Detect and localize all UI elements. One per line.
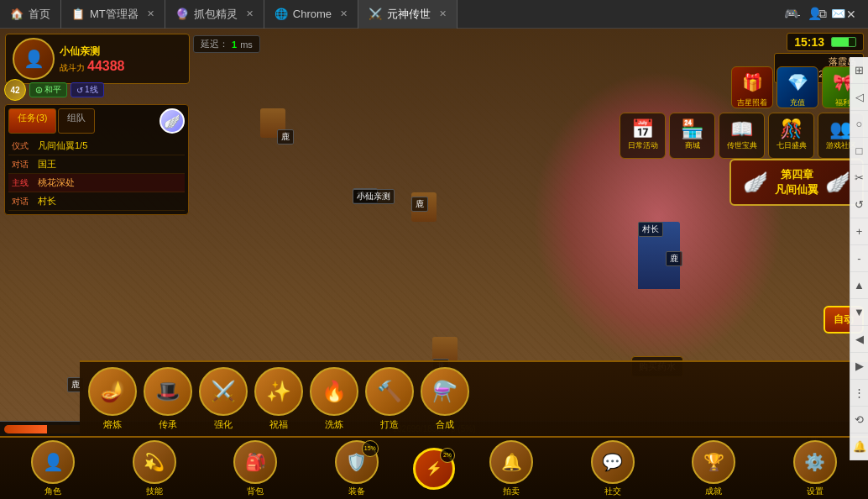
tab-mt-close[interactable]: ✕ (147, 8, 154, 19)
settings-icon: ⚙️ (793, 440, 837, 484)
icon-festival[interactable]: 🎊 七日盛典 (768, 113, 814, 159)
time-box: 15:13 (787, 33, 864, 51)
mission-name-1: 国王 (38, 158, 56, 171)
device-btn-back[interactable]: ◁ (850, 84, 868, 111)
tab-bar: 🏠 首页 📋 MT管理器 ✕ 🔮 抓包精灵 ✕ 🌐 Chrome ✕ ⚔️ 元神… (0, 0, 868, 29)
tab-home-label: 首页 (29, 7, 50, 22)
smelt-icon: 🪔 (88, 367, 137, 416)
device-btn-extra3[interactable]: ◀ (850, 326, 868, 353)
tab-yuanshen[interactable]: ⚔️ 元神传世 ✕ (358, 0, 458, 29)
game-label-deer-1: 鹿 (277, 129, 294, 144)
festival-icon: 🎊 (780, 120, 803, 139)
welfare-label: 福利 (835, 99, 850, 108)
tab-yuanshen-close[interactable]: ✕ (439, 8, 447, 19)
device-btn-grid[interactable]: ⊞ (850, 57, 868, 84)
character-label: 角色 (44, 486, 61, 497)
tab-home[interactable]: 🏠 首页 (0, 0, 61, 29)
treasure-label: 传世宝典 (727, 140, 757, 151)
icon-gift[interactable]: 🎁 吉星照着 (731, 66, 773, 108)
action-auction[interactable]: 🔔 拍卖 (463, 440, 561, 497)
chapter-wing-right: 🪽 (825, 171, 850, 194)
chapter-banner[interactable]: 🪽 第四章 凡间仙翼 🪽 (729, 159, 864, 206)
bless-icon: ✨ (254, 367, 303, 416)
game-label-deer-7: 鹿 (666, 251, 682, 266)
peace-label: 和平 (44, 84, 61, 96)
social-icon: 💬 (591, 440, 635, 484)
craft-forge[interactable]: 🔨 打造 (365, 367, 414, 431)
gift-label: 吉星照着 (737, 99, 767, 108)
craft-bless[interactable]: ✨ 祝福 (254, 367, 303, 431)
craft-refine[interactable]: 🔥 洗炼 (310, 367, 358, 431)
mission-tab-team[interactable]: 组队 (58, 108, 95, 134)
mission-panel: 任务(3) 组队 🪽 仪式 凡间仙翼1/5 对话 国王 主线 桃花深处 对话 (4, 104, 189, 215)
device-btn-extra2[interactable]: ▼ (850, 299, 868, 326)
tab-chrome[interactable]: 🌐 Chrome ✕ (264, 0, 358, 29)
device-btn-extra1[interactable]: ▲ (850, 272, 868, 299)
bag-icon: 🎒 (233, 440, 277, 484)
craft-combine[interactable]: ⚗️ 合成 (421, 367, 469, 431)
device-btn-scissors[interactable]: ✂ (850, 165, 868, 192)
mission-tab-task[interactable]: 任务(3) (8, 108, 56, 134)
craft-smelt[interactable]: 🪔 熔炼 (88, 367, 137, 431)
action-achievement[interactable]: 🏆 成就 (665, 440, 763, 497)
mission-item-0: 仪式 凡间仙翼1/5 (8, 137, 185, 155)
npc-label: 村长 (638, 222, 663, 237)
character-icon: 👤 (31, 440, 75, 484)
icon-daily[interactable]: 📅 日常活动 (620, 113, 666, 159)
inherit-label: 传承 (159, 418, 177, 431)
tab-mt[interactable]: 📋 MT管理器 ✕ (61, 0, 165, 29)
action-skill[interactable]: 💫 技能 (106, 440, 204, 497)
power-label: 战斗力 (60, 62, 85, 74)
settings-label: 设置 (807, 486, 824, 497)
icon-shop[interactable]: 🏪 商城 (669, 113, 715, 159)
status-bar: 42 ☮ 和平 ↺ 1线 (4, 79, 104, 101)
user-icon[interactable]: 👤 (805, 4, 824, 23)
device-btn-extra5[interactable]: ⋮ (850, 380, 868, 407)
ping-unit: ms (240, 39, 253, 50)
home-icon: 🏠 (10, 8, 24, 20)
mission-item-2: 主线 桃花深处 (8, 174, 185, 192)
tab-chrome-close[interactable]: ✕ (340, 8, 348, 19)
craft-inherit[interactable]: 🎩 传承 (144, 367, 192, 431)
forge-label: 打造 (380, 418, 399, 431)
center-action-btn[interactable]: ⚡ 2% (413, 448, 455, 490)
action-bag[interactable]: 🎒 背包 (207, 440, 305, 497)
daily-label: 日常活动 (628, 140, 658, 151)
yuanshen-icon: ⚔️ (369, 8, 382, 20)
crafting-row: 🪔 熔炼 🎩 传承 ⚔️ 强化 ✨ 祝福 🔥 洗炼 🔨 打造 (80, 360, 868, 436)
enhance-label: 强化 (214, 418, 233, 431)
level-badge: 42 (4, 79, 26, 101)
treasure-icon: 📖 (730, 120, 753, 139)
tab-capture[interactable]: 🔮 抓包精灵 ✕ (165, 0, 264, 29)
center-pct-val: 2% (443, 452, 452, 458)
daily-icon: 📅 (631, 120, 654, 139)
device-btn-home[interactable]: ○ (850, 111, 868, 138)
device-btn-extra6[interactable]: ⟲ (850, 407, 868, 433)
action-equip[interactable]: 🛡️ 15% 装备 (308, 440, 406, 497)
system-icons: 🎮 👤 ✉️ (782, 4, 847, 23)
device-btn-volume-up[interactable]: + (850, 218, 868, 245)
mission-name-0: 凡间仙翼1/5 (38, 139, 87, 152)
center-pct: 2% (440, 448, 455, 463)
device-btn-extra4[interactable]: ▶ (850, 353, 868, 380)
device-btn-extra7[interactable]: 🔔 (850, 433, 868, 460)
mail-icon[interactable]: ✉️ (829, 4, 847, 23)
gamepad-icon[interactable]: 🎮 (782, 4, 800, 23)
icon-treasure[interactable]: 📖 传世宝典 (719, 113, 765, 159)
device-btn-recent[interactable]: □ (850, 138, 868, 165)
action-social[interactable]: 💬 社交 (564, 440, 662, 497)
capture-icon: 🔮 (175, 8, 189, 20)
chapter-text: 第四章 凡间仙翼 (775, 167, 818, 197)
craft-enhance[interactable]: ⚔️ 强化 (199, 367, 248, 431)
chapter-title: 第四章 (775, 167, 818, 182)
icon-recharge[interactable]: 💎 充值 (776, 66, 818, 108)
mission-type-2: 主线 (12, 177, 33, 189)
device-right-buttons: ⊞ ◁ ○ □ ✂ ↺ + - ▲ ▼ ◀ ▶ ⋮ ⟲ 🔔 (850, 57, 868, 460)
device-btn-volume-down[interactable]: - (850, 245, 868, 272)
game-label-deer-2: 鹿 (411, 197, 428, 212)
tab-capture-close[interactable]: ✕ (246, 8, 254, 19)
mission-tabs: 任务(3) 组队 🪽 (8, 108, 185, 134)
action-character[interactable]: 👤 角色 (4, 440, 102, 497)
refine-icon: 🔥 (310, 367, 358, 416)
device-btn-rotate[interactable]: ↺ (850, 192, 868, 218)
